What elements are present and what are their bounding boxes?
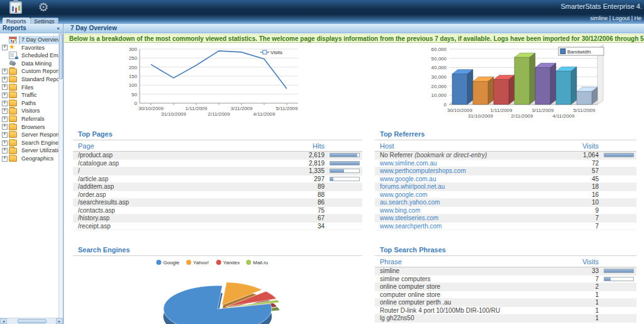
host-cell[interactable]: www.bing.com	[377, 207, 420, 214]
sidebar-item[interactable]: Scheduled Email Reports	[2, 52, 63, 60]
sidebar-item[interactable]: Geographics	[2, 155, 63, 163]
table-row[interactable]: /catalogue.asp 2,819	[73, 160, 362, 168]
table-row[interactable]: No Referrer (bookmark or direct-entry) 1…	[375, 152, 636, 160]
sidebar-item[interactable]: Search Engines	[2, 139, 63, 147]
table-row[interactable]: www.simline.com.au 72	[375, 160, 636, 168]
svg-text:5/11/2009: 5/11/2009	[276, 106, 299, 111]
tree-item-icon	[9, 155, 17, 162]
host-cell[interactable]: forums.whirlpool.net.au	[377, 183, 445, 190]
table-row[interactable]: simline computers 7	[375, 276, 636, 284]
table-row[interactable]: forums.whirlpool.net.au 18	[375, 183, 636, 191]
expander-icon[interactable]	[2, 101, 8, 106]
table-row[interactable]: /contacts.asp 75	[73, 207, 362, 215]
scroll-left-arrow-icon[interactable]	[0, 318, 7, 324]
sidebar-item[interactable]: Custom Reports	[2, 67, 63, 75]
svg-text:Yandex: Yandex	[223, 260, 240, 265]
sidebar-item[interactable]: Standard Reports	[2, 75, 63, 84]
sidebar-item[interactable]: Visitors	[2, 107, 63, 115]
expander-icon[interactable]	[2, 69, 8, 74]
host-cell[interactable]: www.steelseries.com	[377, 215, 438, 221]
table-row[interactable]: www.google.com 16	[375, 191, 636, 199]
expander-icon[interactable]	[2, 116, 8, 122]
svg-text:250: 250	[129, 55, 138, 61]
tree-item-label: Geographics	[19, 155, 56, 163]
host-cell[interactable]: www.perthcomputershops.com	[377, 167, 466, 174]
tree-item-label: Server Responses	[19, 131, 63, 139]
phrase-cell: computer online store	[377, 291, 440, 298]
table-row[interactable]: /article.asp 297	[73, 176, 362, 184]
svg-text:1/11/2009: 1/11/2009	[491, 108, 513, 113]
phrase-cell: lg gh22ns50	[377, 315, 414, 321]
reports-icon	[9, 1, 22, 14]
table-row[interactable]: /searchresults.asp 86	[73, 199, 362, 207]
hits-bar	[330, 169, 360, 173]
table-row[interactable]: / 1,335	[73, 167, 362, 176]
sidebar-item[interactable]: Server Utilization	[2, 147, 63, 155]
table-row[interactable]: /product.asp 2,619	[73, 152, 362, 160]
panel-title: Top Referrers	[375, 130, 636, 140]
tree-item-label: Search Engines	[19, 139, 63, 147]
visits-cell: 7	[562, 223, 599, 230]
column-header: Visits	[562, 142, 599, 150]
nav-settings-button[interactable]: Settings	[30, 1, 57, 23]
expander-icon[interactable]	[2, 156, 8, 162]
sidebar-horizontal-scrollbar[interactable]	[0, 318, 63, 324]
host-cell[interactable]: www.simline.com.au	[377, 160, 437, 167]
sidebar-vertical-scrollbar[interactable]	[58, 33, 63, 318]
expander-icon[interactable]	[2, 132, 8, 138]
expander-icon[interactable]	[2, 45, 8, 50]
table-row[interactable]: computer online store 1	[375, 291, 636, 299]
table-row[interactable]: www.bing.com 9	[375, 207, 636, 215]
tree-item-label: Files	[19, 84, 36, 92]
phrase-cell: simline computers	[377, 276, 431, 282]
collapse-arrow-icon[interactable]	[56, 25, 60, 33]
table-row[interactable]: www.google.com.au 45	[375, 176, 636, 184]
table-row[interactable]: online computer perth .au 1	[375, 299, 636, 307]
table-row[interactable]: /history.asp 67	[73, 215, 362, 223]
host-cell[interactable]: No Referrer	[377, 152, 413, 159]
expander-icon[interactable]	[2, 77, 8, 82]
sidebar-item[interactable]: Data Mining	[2, 60, 63, 68]
sidebar-item[interactable]: Files	[2, 84, 63, 92]
table-row[interactable]: Router D-link 4 port 10/100Mb DIR-100/RU…	[375, 307, 636, 315]
nav-reports-button[interactable]: Reports	[3, 1, 29, 23]
table-row[interactable]: /receipt.asp 34	[73, 223, 362, 231]
expander-icon[interactable]	[2, 148, 8, 154]
expander-icon[interactable]	[2, 92, 8, 98]
expander-icon[interactable]	[2, 84, 8, 90]
host-cell[interactable]: www.searchperth.com	[377, 223, 441, 230]
sidebar-item[interactable]: Paths	[2, 99, 63, 108]
table-row[interactable]: simline 33	[375, 267, 636, 276]
table-row[interactable]: online computer store 2	[375, 283, 636, 291]
sidebar-item[interactable]: Favorites	[2, 44, 63, 52]
sidebar-header[interactable]: Reports	[0, 24, 63, 33]
top-search-phrases-rows: simline 33 simline computers 7	[375, 267, 636, 323]
svg-text:1/11/2009: 1/11/2009	[186, 106, 208, 111]
table-row[interactable]: lg gh22ns50 1	[375, 315, 636, 323]
page-cell: /searchresults.asp	[75, 199, 129, 206]
expander-icon[interactable]	[2, 140, 8, 146]
table-row[interactable]: au.search.yahoo.com 10	[375, 199, 636, 207]
scroll-right-arrow-icon[interactable]	[56, 318, 63, 324]
table-row[interactable]: /additem.asp 89	[73, 183, 362, 191]
sidebar-item[interactable]: 7 Day Overview	[2, 36, 63, 44]
scrollbar-thumb[interactable]	[18, 319, 47, 323]
scrollbar-thumb[interactable]	[59, 34, 63, 79]
table-row[interactable]: www.perthcomputershops.com 57	[375, 167, 636, 176]
user-links[interactable]: simline | Logout | He	[590, 15, 641, 21]
sidebar-item[interactable]: Browsers	[2, 123, 63, 131]
page-cell: /order.asp	[75, 191, 106, 198]
sidebar-item[interactable]: Server Responses	[2, 131, 63, 139]
visits-bar	[604, 153, 634, 157]
table-row[interactable]: www.steelseries.com 7	[375, 215, 636, 223]
host-cell[interactable]: www.google.com	[377, 191, 428, 198]
sidebar-item[interactable]: Traffic	[2, 91, 63, 99]
table-row[interactable]: /order.asp 88	[73, 191, 362, 199]
table-row[interactable]: www.searchperth.com 7	[375, 223, 636, 231]
svg-text:40,000: 40,000	[431, 65, 447, 70]
host-cell[interactable]: au.search.yahoo.com	[377, 199, 440, 206]
sidebar-item[interactable]: Referrals	[2, 115, 63, 123]
expander-icon[interactable]	[2, 124, 8, 130]
host-cell[interactable]: www.google.com.au	[377, 176, 436, 182]
expander-icon[interactable]	[2, 108, 8, 114]
